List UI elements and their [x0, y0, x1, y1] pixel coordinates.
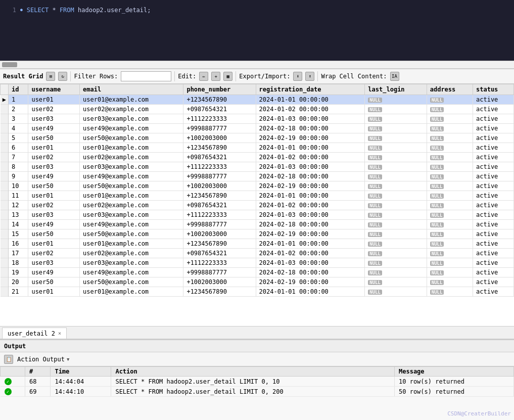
- line-number: 1: [4, 5, 16, 15]
- cell-id: 9: [9, 172, 28, 181]
- cell-username: user49: [28, 268, 80, 277]
- import-icon[interactable]: ⬇: [293, 72, 302, 81]
- cell-email: user01@example.com: [80, 143, 183, 153]
- cell-address: NULL: [427, 172, 473, 181]
- table-row[interactable]: 16user01user01@example.com+1234567890202…: [1, 239, 514, 249]
- cell-address: NULL: [427, 95, 473, 105]
- cell-address: NULL: [427, 105, 473, 114]
- table-row[interactable]: 18user03user03@example.com+1112223333202…: [1, 258, 514, 268]
- table-icon[interactable]: ▦: [223, 72, 232, 81]
- sql-editor[interactable]: 1 ● SELECT * FROM hadoop2.user_detail;: [0, 0, 514, 61]
- cell-reg-date: 2024-02-19 00:00:00: [256, 133, 365, 143]
- cell-email: user03@example.com: [80, 162, 183, 172]
- output-icon[interactable]: 📋: [4, 355, 13, 364]
- tab-user-detail[interactable]: user_detail 2 ×: [2, 328, 67, 339]
- cell-phone: +1112223333: [183, 114, 256, 124]
- cell-email: user01@example.com: [80, 95, 183, 105]
- table-row[interactable]: 14user49user49@example.com+9998887777202…: [1, 220, 514, 229]
- table-row[interactable]: 10user50user50@example.com+1002003000202…: [1, 181, 514, 191]
- scroll-thumb[interactable]: [2, 62, 17, 67]
- cell-status: active: [473, 258, 514, 268]
- edit-icon[interactable]: ✏: [199, 72, 208, 81]
- insert-icon[interactable]: +: [211, 72, 220, 81]
- grid-view-icon[interactable]: ⊞: [46, 72, 55, 81]
- row-marker: [1, 201, 9, 210]
- cell-email: user03@example.com: [80, 210, 183, 220]
- cell-id: 19: [9, 268, 28, 277]
- table-row[interactable]: 20user50user50@example.com+1002003000202…: [1, 277, 514, 287]
- cell-email: user01@example.com: [80, 287, 183, 297]
- cell-reg-date: 2024-01-01 00:00:00: [256, 95, 365, 105]
- cell-email: user50@example.com: [80, 277, 183, 287]
- dropdown-arrow-icon: ▼: [67, 357, 69, 362]
- table-row[interactable]: 4user49user49@example.com+99988877772024…: [1, 124, 514, 133]
- table-row[interactable]: 9user49user49@example.com+99988877772024…: [1, 172, 514, 181]
- table-row[interactable]: 5user50user50@example.com+10020030002024…: [1, 133, 514, 143]
- filter-rows-input[interactable]: [121, 71, 171, 81]
- cell-phone: +1002003000: [183, 229, 256, 239]
- cell-reg-date: 2024-01-02 00:00:00: [256, 201, 365, 210]
- table-row[interactable]: 19user49user49@example.com+9998887777202…: [1, 268, 514, 277]
- cell-status: active: [473, 153, 514, 162]
- horizontal-scrollbar[interactable]: [0, 61, 514, 69]
- col-marker: [1, 84, 9, 95]
- cell-reg-date: 2024-02-18 00:00:00: [256, 220, 365, 229]
- table-row[interactable]: 12user02user02@example.com+0987654321202…: [1, 201, 514, 210]
- output-success-icon: ✓: [1, 377, 25, 387]
- cell-address: NULL: [427, 268, 473, 277]
- wrap-icon[interactable]: IA: [390, 72, 399, 81]
- output-table-container[interactable]: # Time Action Message ✓6814:44:04SELECT …: [0, 366, 514, 420]
- cell-username: user50: [28, 181, 80, 191]
- table-row[interactable]: 11user01user01@example.com+1234567890202…: [1, 191, 514, 201]
- cell-last-login: NULL: [365, 239, 427, 249]
- output-num: 69: [25, 387, 50, 397]
- cell-last-login: NULL: [365, 258, 427, 268]
- col-email: email: [80, 84, 183, 95]
- cell-username: user50: [28, 277, 80, 287]
- table-row[interactable]: ▶1user01user01@example.com+1234567890202…: [1, 95, 514, 105]
- table-row[interactable]: 15user50user50@example.com+1002003000202…: [1, 229, 514, 239]
- cell-username: user03: [28, 162, 80, 172]
- cell-address: NULL: [427, 277, 473, 287]
- data-table-container[interactable]: id username email phone_number registrat…: [0, 84, 514, 326]
- col-reg-date: registration_date: [256, 84, 365, 95]
- cell-id: 15: [9, 229, 28, 239]
- table-row[interactable]: 7user02user02@example.com+09876543212024…: [1, 153, 514, 162]
- table-row[interactable]: 21user01user01@example.com+1234567890202…: [1, 287, 514, 297]
- cell-email: user49@example.com: [80, 268, 183, 277]
- data-table: id username email phone_number registrat…: [0, 84, 514, 297]
- cell-username: user50: [28, 229, 80, 239]
- cell-address: NULL: [427, 220, 473, 229]
- cell-reg-date: 2024-01-01 00:00:00: [256, 287, 365, 297]
- table-row[interactable]: 8user03user03@example.com+11122233332024…: [1, 162, 514, 172]
- cell-reg-date: 2024-02-18 00:00:00: [256, 268, 365, 277]
- cell-last-login: NULL: [365, 172, 427, 181]
- cell-phone: +9998887777: [183, 220, 256, 229]
- cell-address: NULL: [427, 162, 473, 172]
- action-output-select[interactable]: Action Output ▼: [17, 356, 69, 363]
- tab-close-icon[interactable]: ×: [58, 331, 61, 336]
- cell-status: active: [473, 239, 514, 249]
- cell-email: user50@example.com: [80, 133, 183, 143]
- col-address: address: [427, 84, 473, 95]
- cell-phone: +9998887777: [183, 172, 256, 181]
- table-row[interactable]: 3user03user03@example.com+11122233332024…: [1, 114, 514, 124]
- row-marker: [1, 191, 9, 201]
- export-icon[interactable]: ⬆: [305, 72, 314, 81]
- table-row[interactable]: 6user01user01@example.com+12345678902024…: [1, 143, 514, 153]
- refresh-icon[interactable]: ↻: [58, 72, 67, 81]
- output-col-icon: [1, 367, 25, 377]
- cell-username: user02: [28, 201, 80, 210]
- output-action: SELECT * FROM hadoop2.user_detail LIMIT …: [111, 387, 395, 397]
- cell-id: 13: [9, 210, 28, 220]
- row-marker: [1, 287, 9, 297]
- output-action: SELECT * FROM hadoop2.user_detail LIMIT …: [111, 377, 395, 387]
- table-row[interactable]: 2user02user02@example.com+09876543212024…: [1, 105, 514, 114]
- cell-username: user03: [28, 210, 80, 220]
- cell-email: user03@example.com: [80, 114, 183, 124]
- cell-email: user01@example.com: [80, 191, 183, 201]
- table-row[interactable]: 17user02user02@example.com+0987654321202…: [1, 249, 514, 258]
- row-marker: [1, 172, 9, 181]
- table-row[interactable]: 13user03user03@example.com+1112223333202…: [1, 210, 514, 220]
- cell-id: 17: [9, 249, 28, 258]
